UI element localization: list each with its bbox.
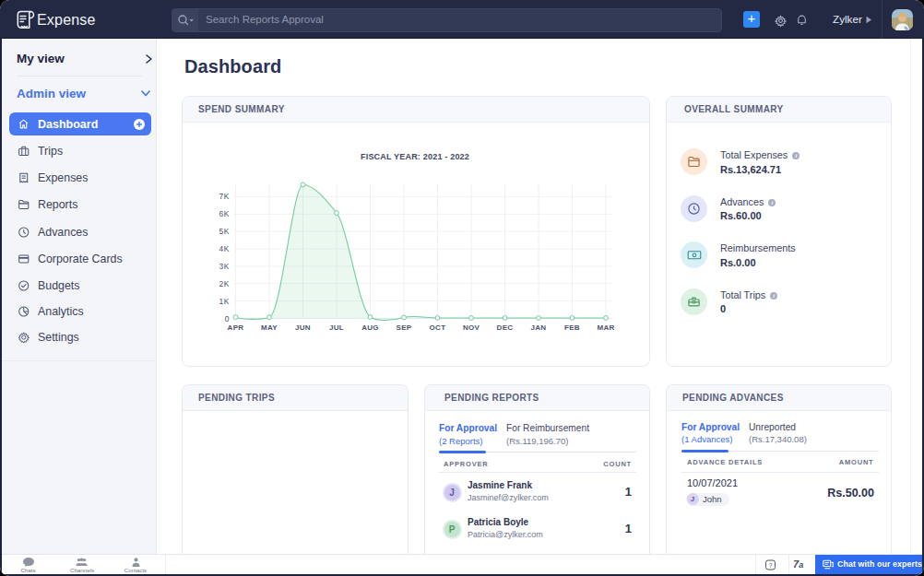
svg-text:MAR: MAR bbox=[597, 323, 614, 332]
svg-text:4K: 4K bbox=[219, 244, 230, 253]
svg-text:2K: 2K bbox=[219, 279, 230, 288]
svg-text:?: ? bbox=[769, 562, 773, 569]
svg-text:7K: 7K bbox=[219, 192, 230, 201]
svg-text:FEB: FEB bbox=[564, 323, 580, 332]
svg-text:NOV: NOV bbox=[463, 323, 480, 332]
svg-text:DEC: DEC bbox=[497, 323, 514, 332]
svg-text:6K: 6K bbox=[219, 209, 230, 218]
svg-text:5K: 5K bbox=[219, 227, 230, 236]
svg-text:SEP: SEP bbox=[397, 323, 412, 332]
svg-text:JAN: JAN bbox=[531, 323, 547, 332]
svg-text:0: 0 bbox=[225, 314, 230, 323]
svg-text:MAY: MAY bbox=[261, 323, 278, 332]
svg-text:FISCAL YEAR: 2021 - 2022: FISCAL YEAR: 2021 - 2022 bbox=[361, 152, 469, 161]
svg-text:1K: 1K bbox=[219, 297, 230, 306]
svg-text:OCT: OCT bbox=[430, 323, 446, 332]
svg-text:APR: APR bbox=[228, 323, 244, 332]
svg-text:JUL: JUL bbox=[329, 323, 344, 332]
svg-text:JUN: JUN bbox=[295, 323, 311, 332]
svg-text:AUG: AUG bbox=[361, 323, 379, 332]
svg-text:3K: 3K bbox=[219, 262, 230, 271]
